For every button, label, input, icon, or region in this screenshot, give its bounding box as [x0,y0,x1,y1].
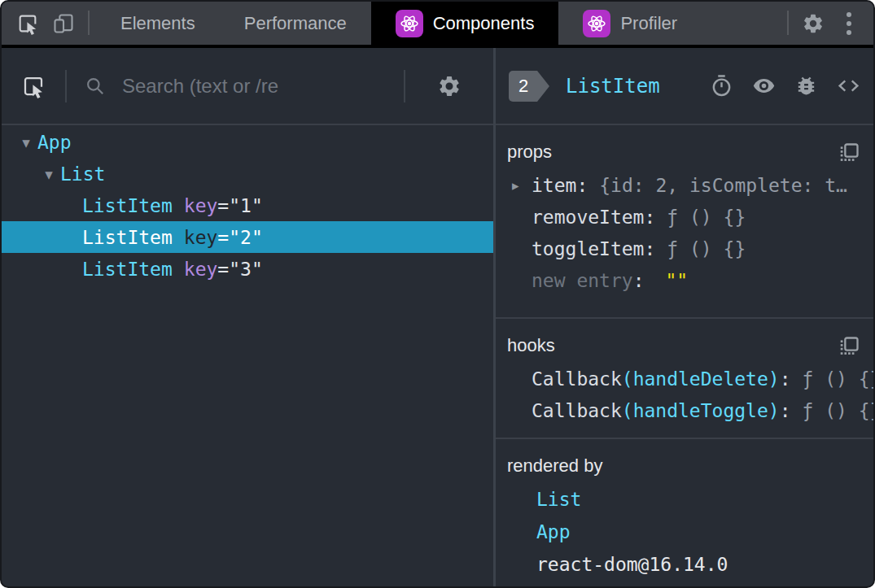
tree-item-app[interactable]: ▾ App [2,126,493,158]
search-icon [85,76,106,97]
search-box [67,74,404,98]
eye-icon[interactable] [752,74,776,98]
gear-icon[interactable] [795,2,831,45]
component-tree: ▾ App ▾ List ListItemkey="1" ListItemkey… [2,125,493,586]
prop-name: removeItem: [532,207,655,228]
devtools-tabbar: Elements Performance Components Profiler [2,2,873,48]
hook-type: Callback [532,400,622,421]
tree-item-listitem-2-selected[interactable]: ListItemkey="2" [2,221,493,253]
colon: : [780,368,791,390]
prop-value: {id: 2, isComplete: t… [599,175,847,196]
tabbar-divider [787,11,789,35]
hook-value: ƒ () {} [803,368,875,390]
props-section: props ▸ item:{id: 2, isComplete: t… remo… [496,125,873,319]
badge-number: 2 [509,71,538,102]
tab-label: Components [433,13,535,34]
hook-type: Callback [532,368,622,390]
copy-icon[interactable] [838,142,860,168]
prop-name: item: [532,175,588,196]
search-input[interactable] [120,74,396,98]
tab-elements[interactable]: Elements [96,2,220,48]
key-attr: key [184,195,218,216]
tab-components[interactable]: Components [371,2,559,48]
react-logo-icon [396,10,423,37]
hook-row-handletoggle[interactable]: Callback(handleToggle):ƒ () {} [496,394,873,426]
key-attr: key [184,259,218,280]
selected-component-panel: 2 ListItem [496,48,873,586]
component-name: ListItem [82,195,173,216]
selected-index-badge: 2 [509,71,551,102]
hook-row-handledelete[interactable]: Callback(handleDelete):ƒ () {} [496,363,873,394]
prop-row-item[interactable]: ▸ item:{id: 2, isComplete: t… [496,169,873,201]
collapse-arrow-icon[interactable]: ▾ [15,133,37,151]
component-name: App [37,132,72,153]
component-name: ListItem [82,259,173,280]
tab-label: Elements [120,13,195,34]
main-area: ▾ App ▾ List ListItemkey="1" ListItemkey… [2,48,873,586]
device-toolbar-icon[interactable] [46,2,81,45]
key-value: "1" [229,195,263,216]
tree-item-list[interactable]: ▾ List [2,158,493,189]
equals-sign: = [217,195,229,216]
new-entry-label[interactable]: new entry [532,270,633,291]
tab-profiler[interactable]: Profiler [558,2,702,48]
prop-name: toggleItem: [532,238,655,259]
hooks-section: hooks Callback(handleDelete):ƒ () {} Cal… [496,319,873,439]
rendered-by-app[interactable]: App [496,516,873,548]
equals-sign: = [217,259,229,280]
stopwatch-icon[interactable] [710,74,733,98]
hook-name: (handleDelete) [622,368,780,390]
owner-link[interactable]: App [536,521,571,542]
colon: : [780,400,791,421]
owner-link[interactable]: List [536,489,581,510]
selected-component-name: ListItem [566,75,710,98]
hook-name: (handleToggle) [622,400,780,421]
equals-sign: = [217,227,229,248]
prop-value: ƒ () {} [667,238,746,259]
tree-item-listitem-3[interactable]: ListItemkey="3" [2,253,493,285]
expand-arrow-icon[interactable]: ▸ [512,169,519,201]
tab-label: Profiler [620,13,677,34]
copy-icon[interactable] [838,335,860,361]
tab-performance[interactable]: Performance [220,2,371,48]
prop-row-toggleitem[interactable]: toggleItem:ƒ () {} [496,233,873,264]
hook-value: ƒ () {} [803,400,875,421]
devtools-window: Elements Performance Components Profiler [0,0,875,588]
tree-panel-header [2,48,493,125]
tabbar-divider [88,11,90,35]
key-value: "2" [229,227,263,248]
bug-icon[interactable] [794,74,818,98]
rendered-by-list[interactable]: List [496,483,873,516]
prop-row-removeitem[interactable]: removeItem:ƒ () {} [496,201,873,233]
prop-row-new-entry[interactable]: new entry:"" [496,264,873,296]
components-tree-panel: ▾ App ▾ List ListItemkey="1" ListItemkey… [2,48,496,586]
rendered-by-react-dom: react-dom@16.14.0 [496,548,873,581]
tab-label: Performance [244,13,347,34]
collapse-arrow-icon[interactable]: ▾ [37,165,60,183]
gear-icon[interactable] [405,74,493,98]
kebab-menu-icon[interactable] [831,2,867,45]
component-actions [710,74,873,98]
section-title: rendered by [496,439,873,483]
component-name: ListItem [82,227,173,248]
rendered-by-section: rendered by List App react-dom@16.14.0 [496,439,873,586]
key-value: "3" [229,259,263,280]
inspect-icon[interactable] [2,74,65,98]
key-attr: key [184,227,218,248]
section-title: props [496,125,873,169]
new-entry-value[interactable]: "" [665,270,688,291]
section-title: hooks [496,319,873,363]
colon: : [633,270,645,291]
prop-value: ƒ () {} [667,207,746,228]
renderer-version: react-dom@16.14.0 [536,554,728,575]
react-logo-icon [583,10,610,37]
code-brackets-icon[interactable] [837,74,860,98]
inspect-icon[interactable] [10,2,46,45]
component-header: 2 ListItem [496,48,873,125]
tree-item-listitem-1[interactable]: ListItemkey="1" [2,189,493,221]
component-name: List [60,163,105,185]
